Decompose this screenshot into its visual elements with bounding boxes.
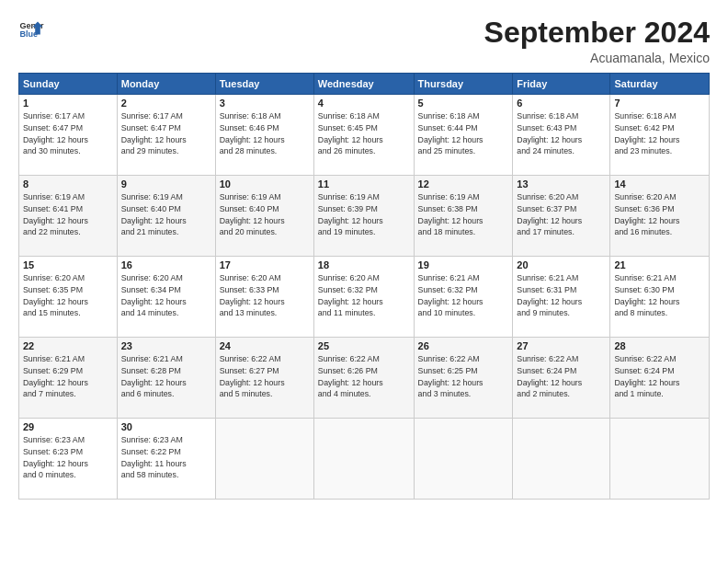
day-number: 5 <box>418 98 509 109</box>
day-number: 3 <box>220 98 310 109</box>
calendar-cell: 15Sunrise: 6:20 AMSunset: 6:35 PMDayligh… <box>19 257 118 338</box>
day-number: 26 <box>418 340 509 351</box>
day-number: 1 <box>23 98 113 109</box>
day-info: Sunrise: 6:22 AMSunset: 6:25 PMDaylight:… <box>418 353 509 400</box>
day-info: Sunrise: 6:22 AMSunset: 6:27 PMDaylight:… <box>220 353 310 400</box>
day-header-tuesday: Tuesday <box>215 74 313 95</box>
day-info: Sunrise: 6:21 AMSunset: 6:31 PMDaylight:… <box>517 272 606 319</box>
location: Acuamanala, Mexico <box>484 51 710 65</box>
day-header-wednesday: Wednesday <box>313 74 414 95</box>
calendar-cell: 29Sunrise: 6:23 AMSunset: 6:23 PMDayligh… <box>19 419 118 500</box>
day-info: Sunrise: 6:22 AMSunset: 6:26 PMDaylight:… <box>318 353 410 400</box>
calendar-header-row: SundayMondayTuesdayWednesdayThursdayFrid… <box>19 74 710 95</box>
calendar-cell: 4Sunrise: 6:18 AMSunset: 6:45 PMDaylight… <box>313 95 414 176</box>
day-info: Sunrise: 6:20 AMSunset: 6:33 PMDaylight:… <box>220 272 310 319</box>
day-info: Sunrise: 6:23 AMSunset: 6:22 PMDaylight:… <box>121 434 211 481</box>
calendar-cell: 21Sunrise: 6:21 AMSunset: 6:30 PMDayligh… <box>610 257 710 338</box>
calendar-week-row: 29Sunrise: 6:23 AMSunset: 6:23 PMDayligh… <box>19 419 710 500</box>
calendar-cell: 10Sunrise: 6:19 AMSunset: 6:40 PMDayligh… <box>215 176 313 257</box>
calendar-cell: 28Sunrise: 6:22 AMSunset: 6:24 PMDayligh… <box>610 338 710 419</box>
calendar-cell: 11Sunrise: 6:19 AMSunset: 6:39 PMDayligh… <box>313 176 414 257</box>
svg-text:Blue: Blue <box>19 29 38 39</box>
day-info: Sunrise: 6:18 AMSunset: 6:42 PMDaylight:… <box>614 110 705 157</box>
day-number: 11 <box>318 178 410 190</box>
calendar-page: General Blue September 2024 Acuamanala, … <box>0 0 728 563</box>
logo-icon: General Blue <box>18 17 44 42</box>
day-info: Sunrise: 6:22 AMSunset: 6:24 PMDaylight:… <box>614 353 705 400</box>
day-info: Sunrise: 6:19 AMSunset: 6:40 PMDaylight:… <box>121 191 211 238</box>
day-number: 4 <box>318 98 410 109</box>
day-number: 30 <box>121 421 211 432</box>
day-info: Sunrise: 6:18 AMSunset: 6:44 PMDaylight:… <box>418 110 509 157</box>
day-number: 7 <box>614 98 705 109</box>
day-header-saturday: Saturday <box>610 74 710 95</box>
day-info: Sunrise: 6:17 AMSunset: 6:47 PMDaylight:… <box>23 110 113 157</box>
calendar-cell: 30Sunrise: 6:23 AMSunset: 6:22 PMDayligh… <box>117 419 215 500</box>
day-number: 15 <box>23 259 113 270</box>
day-info: Sunrise: 6:21 AMSunset: 6:28 PMDaylight:… <box>121 353 211 400</box>
day-header-sunday: Sunday <box>19 74 118 95</box>
calendar-cell: 12Sunrise: 6:19 AMSunset: 6:38 PMDayligh… <box>414 176 513 257</box>
day-info: Sunrise: 6:20 AMSunset: 6:36 PMDaylight:… <box>614 191 705 238</box>
day-info: Sunrise: 6:21 AMSunset: 6:30 PMDaylight:… <box>614 272 705 319</box>
calendar-week-row: 1Sunrise: 6:17 AMSunset: 6:47 PMDaylight… <box>19 95 710 176</box>
day-info: Sunrise: 6:21 AMSunset: 6:29 PMDaylight:… <box>23 353 113 400</box>
day-info: Sunrise: 6:23 AMSunset: 6:23 PMDaylight:… <box>23 434 113 481</box>
day-number: 18 <box>318 259 410 270</box>
calendar-cell: 26Sunrise: 6:22 AMSunset: 6:25 PMDayligh… <box>414 338 513 419</box>
calendar-cell: 17Sunrise: 6:20 AMSunset: 6:33 PMDayligh… <box>215 257 313 338</box>
calendar-cell: 19Sunrise: 6:21 AMSunset: 6:32 PMDayligh… <box>414 257 513 338</box>
day-number: 21 <box>614 259 705 270</box>
day-number: 19 <box>418 259 509 270</box>
title-block: September 2024 Acuamanala, Mexico <box>484 17 710 65</box>
calendar-cell: 5Sunrise: 6:18 AMSunset: 6:44 PMDaylight… <box>414 95 513 176</box>
calendar-cell: 2Sunrise: 6:17 AMSunset: 6:47 PMDaylight… <box>117 95 215 176</box>
day-info: Sunrise: 6:19 AMSunset: 6:38 PMDaylight:… <box>418 191 509 238</box>
day-header-friday: Friday <box>513 74 610 95</box>
day-info: Sunrise: 6:18 AMSunset: 6:46 PMDaylight:… <box>220 110 310 157</box>
calendar-cell <box>215 419 313 500</box>
page-header: General Blue September 2024 Acuamanala, … <box>18 17 710 65</box>
day-info: Sunrise: 6:17 AMSunset: 6:47 PMDaylight:… <box>121 110 211 157</box>
calendar-cell: 23Sunrise: 6:21 AMSunset: 6:28 PMDayligh… <box>117 338 215 419</box>
day-number: 25 <box>318 340 410 351</box>
calendar-cell <box>513 419 610 500</box>
calendar-cell: 27Sunrise: 6:22 AMSunset: 6:24 PMDayligh… <box>513 338 610 419</box>
calendar-cell: 18Sunrise: 6:20 AMSunset: 6:32 PMDayligh… <box>313 257 414 338</box>
day-number: 6 <box>517 98 606 109</box>
day-header-thursday: Thursday <box>414 74 513 95</box>
calendar-cell: 9Sunrise: 6:19 AMSunset: 6:40 PMDaylight… <box>117 176 215 257</box>
day-number: 28 <box>614 340 705 351</box>
day-number: 13 <box>517 178 606 190</box>
day-number: 12 <box>418 178 509 190</box>
logo: General Blue <box>18 17 44 42</box>
calendar-cell: 6Sunrise: 6:18 AMSunset: 6:43 PMDaylight… <box>513 95 610 176</box>
day-number: 2 <box>121 98 211 109</box>
month-title: September 2024 <box>484 17 710 49</box>
day-header-monday: Monday <box>117 74 215 95</box>
day-number: 22 <box>23 340 113 351</box>
calendar-cell: 1Sunrise: 6:17 AMSunset: 6:47 PMDaylight… <box>19 95 118 176</box>
day-number: 17 <box>220 259 310 270</box>
calendar-cell: 13Sunrise: 6:20 AMSunset: 6:37 PMDayligh… <box>513 176 610 257</box>
calendar-cell: 8Sunrise: 6:19 AMSunset: 6:41 PMDaylight… <box>19 176 118 257</box>
calendar-cell: 14Sunrise: 6:20 AMSunset: 6:36 PMDayligh… <box>610 176 710 257</box>
calendar-body: 1Sunrise: 6:17 AMSunset: 6:47 PMDaylight… <box>19 95 710 500</box>
calendar-cell: 7Sunrise: 6:18 AMSunset: 6:42 PMDaylight… <box>610 95 710 176</box>
day-info: Sunrise: 6:20 AMSunset: 6:37 PMDaylight:… <box>517 191 606 238</box>
day-info: Sunrise: 6:18 AMSunset: 6:45 PMDaylight:… <box>318 110 410 157</box>
day-info: Sunrise: 6:19 AMSunset: 6:40 PMDaylight:… <box>220 191 310 238</box>
day-info: Sunrise: 6:19 AMSunset: 6:39 PMDaylight:… <box>318 191 410 238</box>
day-number: 20 <box>517 259 606 270</box>
day-number: 14 <box>614 178 705 190</box>
day-number: 10 <box>220 178 310 190</box>
calendar-cell: 20Sunrise: 6:21 AMSunset: 6:31 PMDayligh… <box>513 257 610 338</box>
day-info: Sunrise: 6:20 AMSunset: 6:34 PMDaylight:… <box>121 272 211 319</box>
day-number: 9 <box>121 178 211 190</box>
calendar-table: SundayMondayTuesdayWednesdayThursdayFrid… <box>18 73 710 500</box>
day-number: 27 <box>517 340 606 351</box>
day-number: 23 <box>121 340 211 351</box>
calendar-cell: 24Sunrise: 6:22 AMSunset: 6:27 PMDayligh… <box>215 338 313 419</box>
calendar-week-row: 22Sunrise: 6:21 AMSunset: 6:29 PMDayligh… <box>19 338 710 419</box>
calendar-cell: 16Sunrise: 6:20 AMSunset: 6:34 PMDayligh… <box>117 257 215 338</box>
